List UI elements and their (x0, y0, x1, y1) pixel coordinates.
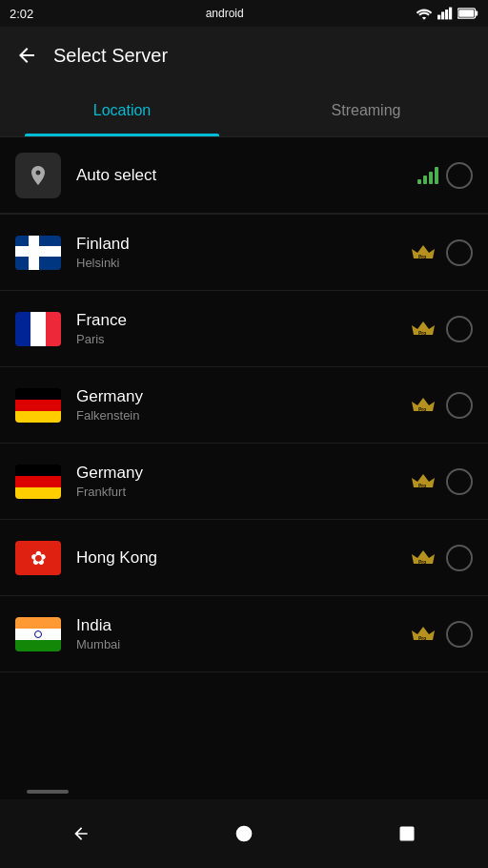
app-header: Select Server (0, 27, 488, 84)
radio-germany-frankfurt[interactable] (446, 468, 473, 495)
page-title: Select Server (53, 45, 168, 67)
tab-location[interactable]: Location (0, 84, 244, 136)
server-info-finland: Finland Helsinki (76, 235, 408, 270)
radio-germany-falkenstein[interactable] (446, 392, 473, 419)
server-item-finland[interactable]: Finland Helsinki Pro (0, 215, 488, 291)
flag-finland (15, 236, 61, 270)
server-right-auto (417, 162, 473, 189)
server-right-india: Pro (408, 621, 473, 648)
server-name-hongkong: Hong Kong (76, 548, 408, 568)
server-info-auto: Auto select (76, 166, 417, 185)
server-item-france[interactable]: France Paris Pro (0, 291, 488, 367)
server-item-hongkong[interactable]: ✿ Hong Kong Pro (0, 520, 488, 596)
server-info-france: France Paris (76, 311, 408, 346)
status-bar: 2:02 android (0, 0, 488, 27)
radio-hongkong[interactable] (446, 545, 473, 571)
status-time: 2:02 (10, 7, 33, 21)
server-right-france: Pro (408, 316, 473, 342)
flag-hongkong: ✿ (15, 541, 61, 575)
svg-text:Pro: Pro (418, 330, 426, 336)
flag-germany-frankfurt (15, 465, 61, 499)
server-city-finland: Helsinki (76, 256, 408, 270)
server-item-germany-frankfurt[interactable]: Germany Frankfurt Pro (0, 444, 488, 520)
scroll-handle (27, 790, 69, 794)
radio-france[interactable] (446, 316, 473, 342)
svg-text:Pro: Pro (418, 406, 426, 412)
server-list: Auto select Finland Helsinki Pro (0, 137, 488, 800)
server-city-india: Mumbai (76, 637, 408, 651)
pro-badge-india: Pro (408, 623, 438, 646)
svg-rect-3 (449, 8, 452, 20)
auto-icon (15, 153, 61, 198)
flag-france (15, 312, 61, 346)
radio-finland[interactable] (446, 239, 473, 266)
svg-text:Pro: Pro (418, 483, 426, 488)
server-right-germany-falkenstein: Pro (408, 392, 473, 419)
pro-badge-france: Pro (408, 318, 438, 341)
server-right-finland: Pro (408, 239, 473, 266)
server-info-germany-frankfurt: Germany Frankfurt (76, 464, 408, 499)
wifi-icon (416, 7, 433, 20)
svg-rect-2 (445, 10, 448, 19)
server-city-france: Paris (76, 332, 408, 346)
server-name-germany-frankfurt: Germany (76, 464, 408, 483)
back-button[interactable] (15, 44, 38, 67)
svg-text:Pro: Pro (418, 254, 426, 259)
pro-badge-finland: Pro (408, 241, 438, 264)
signal-icon (437, 7, 453, 20)
server-info-india: India Mumbai (76, 616, 408, 651)
flag-germany-falkenstein (15, 388, 61, 423)
tab-bar: Location Streaming (0, 84, 488, 137)
svg-rect-5 (476, 10, 478, 15)
server-city-germany-frankfurt: Frankfurt (76, 485, 408, 499)
battery-icon (458, 8, 478, 19)
carrier-label: android (206, 7, 244, 20)
bottom-nav (0, 799, 488, 868)
radio-auto[interactable] (446, 162, 473, 189)
server-item-auto[interactable]: Auto select (0, 137, 488, 214)
server-name-finland: Finland (76, 235, 408, 254)
nav-recent-button[interactable] (383, 810, 431, 858)
svg-point-13 (236, 826, 253, 842)
server-name-auto: Auto select (76, 166, 417, 185)
server-city-germany-falkenstein: Falkenstein (76, 408, 408, 423)
server-info-hongkong: Hong Kong (76, 548, 408, 568)
status-icons (416, 7, 478, 20)
nav-home-button[interactable] (220, 810, 268, 858)
server-name-france: France (76, 311, 408, 330)
signal-bars-auto (417, 167, 438, 184)
svg-text:Pro: Pro (418, 559, 426, 565)
svg-rect-0 (437, 15, 440, 20)
server-info-germany-falkenstein: Germany Falkenstein (76, 387, 408, 423)
flag-india (15, 617, 61, 651)
svg-rect-6 (458, 10, 474, 17)
nav-back-button[interactable] (57, 810, 105, 858)
server-item-india[interactable]: India Mumbai Pro (0, 596, 488, 672)
svg-text:Pro: Pro (418, 635, 426, 641)
svg-rect-1 (441, 11, 444, 19)
radio-india[interactable] (446, 621, 473, 648)
tab-streaming[interactable]: Streaming (244, 84, 488, 136)
pro-badge-germany-falkenstein: Pro (408, 394, 438, 417)
server-right-germany-frankfurt: Pro (408, 468, 473, 495)
server-name-germany-falkenstein: Germany (76, 387, 408, 406)
svg-rect-14 (399, 827, 414, 841)
pro-badge-hongkong: Pro (408, 547, 438, 569)
server-item-germany-falkenstein[interactable]: Germany Falkenstein Pro (0, 367, 488, 444)
server-right-hongkong: Pro (408, 545, 473, 571)
pro-badge-germany-frankfurt: Pro (408, 470, 438, 493)
server-name-india: India (76, 616, 408, 635)
